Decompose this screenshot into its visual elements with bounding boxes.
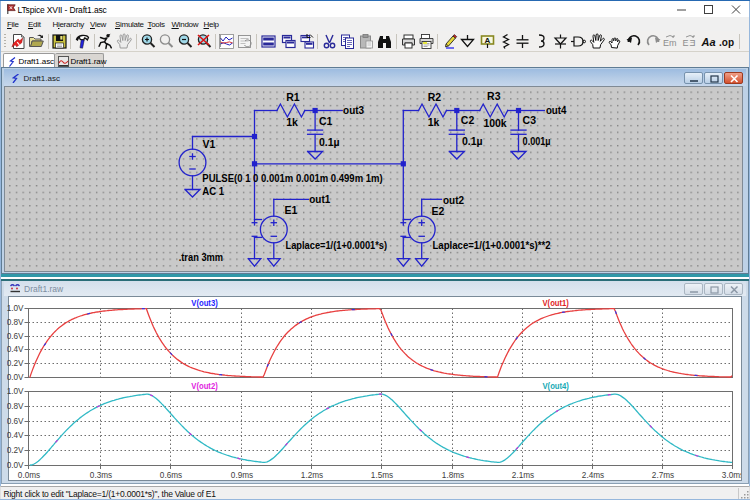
svg-text:R1: R1 [286,90,300,102]
svg-text:out3: out3 [343,104,364,116]
svg-text:0.9ms: 0.9ms [231,471,253,480]
svg-text:0.0ms: 0.0ms [18,471,40,480]
svg-text:0.3ms: 0.3ms [90,471,112,480]
svg-text:0.0V: 0.0V [7,374,24,383]
svg-text:0.4V: 0.4V [7,346,24,355]
svg-text:E1: E1 [284,204,297,216]
svg-text:0.8V: 0.8V [7,403,24,412]
svg-text:3.0ms: 3.0ms [722,471,741,480]
svg-text:0.4V: 0.4V [7,432,24,441]
svg-text:0.6V: 0.6V [7,418,24,427]
svg-text:C1: C1 [318,114,332,126]
svg-text:2.4ms: 2.4ms [582,471,604,480]
svg-text:PULSE(0 1 0 0.001m 0.001m 0.49: PULSE(0 1 0 0.001m 0.001m 0.499m 1m) [202,172,382,184]
svg-text:AC 1: AC 1 [202,184,224,196]
svg-text:R3: R3 [487,90,501,102]
svg-text:1.2ms: 1.2ms [301,471,323,480]
svg-text:0.001µ: 0.001µ [522,135,550,147]
svg-text:100k: 100k [483,116,506,128]
svg-text:2.1ms: 2.1ms [512,471,534,480]
svg-text:Laplace=1/(1+0.0001*s): Laplace=1/(1+0.0001*s) [285,239,387,251]
svg-text:out2: out2 [443,193,464,205]
svg-text:Laplace=1/(1+0.0001*s)**2: Laplace=1/(1+0.0001*s)**2 [432,239,550,251]
svg-text:0.0V: 0.0V [7,462,24,471]
svg-text:0.2V: 0.2V [7,447,24,456]
svg-text:V(out2): V(out2) [191,382,218,392]
svg-text:V1: V1 [202,137,215,149]
svg-text:1.8ms: 1.8ms [442,471,464,480]
svg-text:0.1µ: 0.1µ [461,135,482,147]
svg-text:out4: out4 [545,103,566,115]
svg-text:0.6ms: 0.6ms [160,471,182,480]
svg-text:1k: 1k [427,116,439,128]
svg-text:C3: C3 [522,114,536,126]
svg-text:1.0V: 1.0V [7,388,24,397]
svg-text:2.7ms: 2.7ms [652,471,674,480]
svg-text:1k: 1k [286,116,298,128]
svg-text:1.5ms: 1.5ms [371,471,393,480]
svg-text:V(out4): V(out4) [542,382,569,392]
svg-text:E2: E2 [431,204,444,216]
svg-text:V(out3): V(out3) [191,299,218,309]
svg-text:0.1µ: 0.1µ [318,135,339,147]
svg-text:0.2V: 0.2V [7,360,24,369]
svg-text:V(out1): V(out1) [542,299,569,309]
svg-text:out1: out1 [309,192,330,204]
svg-text:E: E [682,38,688,48]
svg-text:1.0V: 1.0V [7,305,24,314]
svg-text:C2: C2 [460,114,474,126]
svg-text:.tran 3mm: .tran 3mm [178,250,222,262]
svg-text:.op: .op [719,37,734,48]
svg-text:A: A [484,36,490,45]
svg-text:R2: R2 [427,90,441,102]
svg-text:0.6V: 0.6V [7,333,24,342]
svg-text:Em: Em [663,38,677,48]
svg-text:Aa: Aa [701,36,716,48]
svg-text:0.8V: 0.8V [7,319,24,328]
svg-text:Ǝ: Ǝ [689,38,695,48]
